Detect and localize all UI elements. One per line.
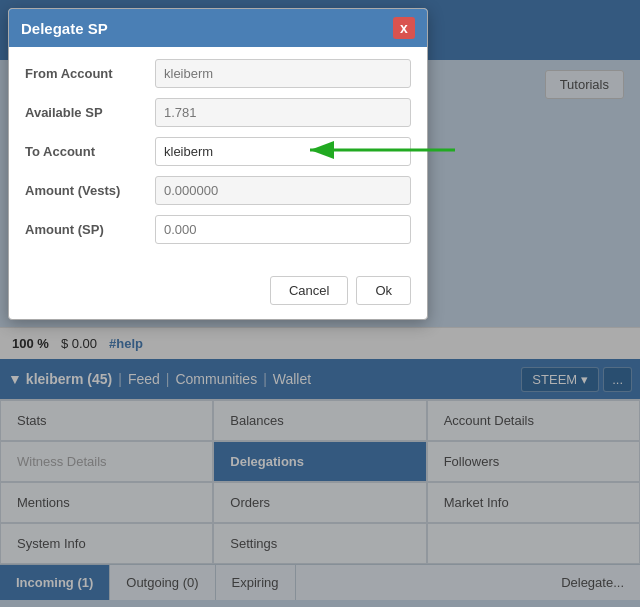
modal-header: Delegate SP x (9, 9, 427, 47)
modal-footer: Cancel Ok (9, 266, 427, 319)
available-sp-label: Available SP (25, 105, 155, 120)
to-account-input[interactable] (155, 137, 411, 166)
amount-vests-row: Amount (Vests) (25, 176, 411, 205)
to-account-row: To Account (25, 137, 411, 166)
amount-sp-input[interactable] (155, 215, 411, 244)
amount-sp-label: Amount (SP) (25, 222, 155, 237)
from-account-label: From Account (25, 66, 155, 81)
ok-button[interactable]: Ok (356, 276, 411, 305)
modal-title: Delegate SP (21, 20, 108, 37)
amount-vests-input (155, 176, 411, 205)
modal-body: From Account Available SP To Account Amo… (9, 47, 427, 266)
from-account-row: From Account (25, 59, 411, 88)
from-account-input (155, 59, 411, 88)
delegate-sp-modal: Delegate SP x From Account Available SP … (8, 8, 428, 320)
modal-close-button[interactable]: x (393, 17, 415, 39)
available-sp-input (155, 98, 411, 127)
amount-vests-label: Amount (Vests) (25, 183, 155, 198)
amount-sp-row: Amount (SP) (25, 215, 411, 244)
cancel-button[interactable]: Cancel (270, 276, 348, 305)
available-sp-row: Available SP (25, 98, 411, 127)
to-account-label: To Account (25, 144, 155, 159)
